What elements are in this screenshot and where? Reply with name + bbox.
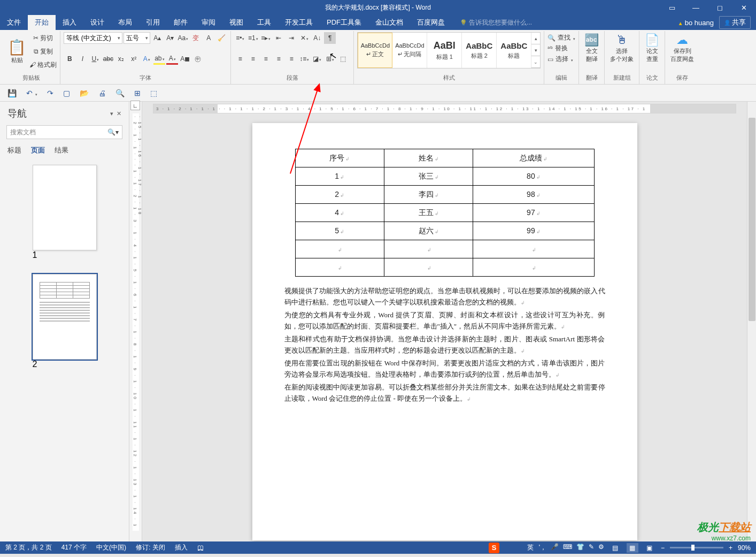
print-layout-button[interactable]: ▦ (627, 543, 638, 553)
highlight-button[interactable]: ab (153, 53, 165, 65)
track-changes-status[interactable]: 修订: 关闭 (136, 543, 165, 552)
paper-check-button[interactable]: 📄论文查重 (643, 32, 661, 64)
tab-home[interactable]: 开始 (28, 15, 56, 30)
maximize-button[interactable]: ◻ (708, 0, 732, 15)
share-button[interactable]: 共享 (719, 16, 751, 29)
thumbnail-page-2[interactable] (33, 274, 97, 360)
format-painter-button[interactable]: 🖌 格式刷 (29, 59, 57, 71)
new-button[interactable]: ▢ (63, 89, 70, 97)
align-center-button[interactable]: ≡ (247, 53, 259, 65)
numbering-button[interactable]: ≡1 (247, 32, 259, 44)
tab-developer[interactable]: 开发工具 (278, 15, 320, 30)
translate-button[interactable]: 🔤全文翻译 (582, 32, 601, 64)
font-color-button[interactable]: A (166, 53, 178, 65)
qat-icon[interactable]: ⊞ (134, 89, 141, 97)
data-table[interactable]: 序号姓名总成绩 1张三80 2李四98 4王五97 5赵六99 (295, 149, 595, 277)
zoom-out-button[interactable]: − (661, 544, 665, 552)
paragraph[interactable]: 主题和样式也有助于文档保持协调。当您单击设计并选择新的主题时，图片、图表或 Sm… (284, 333, 605, 356)
tell-me-input[interactable]: 告诉我您想要做什么... (460, 18, 532, 27)
tab-design[interactable]: 设计 (83, 15, 111, 30)
style-gallery[interactable]: AaBbCcDd↵正文 AaBbCcDd↵无间隔 AaBl标题 1 AaBbC标… (357, 32, 541, 68)
paragraph[interactable]: 在新的阅读视图中阅读更加容易。可以折叠文档某些部分并关注所需文本。如果在达到结尾… (284, 381, 605, 405)
clear-format-button[interactable]: 🧹 (215, 32, 227, 44)
table-row[interactable] (295, 258, 594, 277)
font-size-select[interactable]: 五号 (124, 32, 150, 44)
decrease-indent-button[interactable]: ⇤ (273, 32, 284, 44)
italic-button[interactable]: I (76, 53, 88, 65)
redo-button[interactable]: ↷ (47, 89, 53, 97)
sort-button[interactable]: A↓ (311, 32, 323, 44)
enclose-char-button[interactable]: ㊥ (192, 53, 204, 65)
find-button[interactable]: 🔍查找 (547, 33, 575, 42)
tab-baidu[interactable]: 百度网盘 (410, 15, 452, 30)
save-cloud-button[interactable]: ☁保存到百度网盘 (668, 32, 696, 64)
ime-lang[interactable]: 英 (527, 543, 534, 552)
tab-selector[interactable]: ∟ (130, 101, 140, 110)
close-button[interactable]: ✕ (732, 0, 756, 15)
tab-tools[interactable]: 工具 (250, 15, 278, 30)
style-heading2[interactable]: AaBbC标题 2 (462, 33, 497, 68)
align-right-button[interactable]: ≡ (260, 53, 272, 65)
horizontal-ruler[interactable]: 3 · 1 · 2 · 1 · 1 · 1 · · 1 · 1 · 1 · 2 … (153, 104, 736, 113)
table-row[interactable]: 5赵六99 (295, 222, 594, 240)
increase-indent-button[interactable]: ⇥ (286, 32, 297, 44)
text-effects-button[interactable]: A (141, 53, 152, 65)
select-objects-button[interactable]: ⬚ (337, 53, 349, 65)
tab-insert[interactable]: 插入 (56, 15, 83, 30)
tab-mailings[interactable]: 邮件 (167, 15, 195, 30)
ime-toolbar[interactable]: '，🎤⌨👕✎⚙ (539, 543, 604, 552)
insert-mode[interactable]: 插入 (175, 543, 188, 552)
grow-font-button[interactable]: A▴ (151, 32, 163, 44)
print-preview-button[interactable]: 🖨 (98, 89, 106, 97)
tab-file[interactable]: 文件 (0, 15, 28, 30)
nav-tab-headings[interactable]: 标题 (7, 146, 21, 155)
justify-button[interactable]: ≡ (273, 53, 284, 65)
thumbnail-page-1[interactable] (33, 165, 97, 250)
cut-button[interactable]: ✂ 剪切 (29, 32, 57, 44)
tab-references[interactable]: 引用 (139, 15, 167, 30)
vertical-ruler[interactable]: ∟ · 2 · 1 · 1 · · · 1 · 1 · 2 · 1 · 3 · … (129, 102, 142, 541)
nav-search-input[interactable]: 搜索文档 🔍▾ (6, 125, 122, 139)
nav-dropdown-icon[interactable]: ▾ (110, 110, 113, 117)
change-case-button[interactable]: Aa (177, 32, 189, 44)
asian-layout-button[interactable]: ✕ (298, 32, 310, 44)
table-row[interactable]: 1张三80 (295, 167, 594, 186)
subscript-button[interactable]: x₂ (115, 53, 127, 65)
copy-button[interactable]: ⧉ 复制 (29, 45, 57, 57)
shrink-font-button[interactable]: A▾ (164, 32, 176, 44)
select-button[interactable]: ▭选择 (547, 55, 575, 64)
strike-button[interactable]: abc (102, 53, 114, 65)
superscript-button[interactable]: x² (128, 53, 140, 65)
zoom-in-button[interactable]: + (729, 544, 732, 552)
style-normal[interactable]: AaBbCcDd↵正文 (358, 33, 392, 68)
vertical-scrollbar[interactable] (747, 102, 756, 541)
char-shading-button[interactable]: A◼ (179, 53, 191, 65)
style-heading1[interactable]: AaBl标题 1 (427, 33, 462, 68)
phonetic-guide-button[interactable]: 变 (190, 32, 202, 44)
user-account[interactable]: bo huang (678, 19, 714, 27)
bold-button[interactable]: B (64, 53, 75, 65)
char-border-button[interactable]: A (203, 32, 214, 44)
tab-view[interactable]: 视图 (222, 15, 250, 30)
save-icon[interactable]: 💾 (7, 89, 17, 97)
paragraph[interactable]: 为使您的文档具有专业外观，Word 提供了页眉、页脚、封面和文本框设计，这些设计… (284, 309, 605, 332)
align-left-button[interactable]: ≡ (234, 53, 246, 65)
read-mode-button[interactable]: ▤ (610, 543, 621, 553)
nav-close-icon[interactable]: ✕ (117, 110, 121, 117)
tab-kingsoft[interactable]: 金山文档 (368, 15, 410, 30)
page-indicator[interactable]: 第 2 页，共 2 页 (5, 543, 52, 552)
word-count[interactable]: 417 个字 (61, 543, 87, 552)
distributed-button[interactable]: ≡ (286, 53, 297, 65)
zoom-slider[interactable] (670, 547, 723, 548)
tab-layout[interactable]: 布局 (111, 15, 139, 30)
paste-button[interactable]: 📋 粘贴 (5, 37, 28, 65)
qat-icon[interactable]: 🔍 (115, 89, 125, 97)
line-spacing-button[interactable]: ↕≡ (298, 53, 310, 65)
table-row[interactable] (295, 240, 594, 258)
table-row[interactable]: 4王五97 (295, 204, 594, 222)
document-page[interactable]: 序号姓名总成绩 1张三80 2李四98 4王五97 5赵六99 视频提供了功能强… (252, 123, 637, 540)
qat-icon[interactable]: ⬚ (150, 89, 157, 97)
nav-tab-results[interactable]: 结果 (55, 146, 68, 155)
select-objects-button[interactable]: 🖱选择多个对象 (608, 32, 636, 64)
minimize-button[interactable]: — (684, 0, 708, 15)
